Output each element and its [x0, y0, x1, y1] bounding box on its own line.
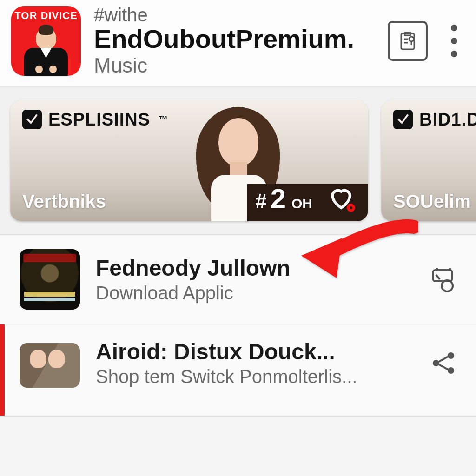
notes-button[interactable]: [388, 21, 428, 61]
brand-logo-icon: [22, 110, 42, 129]
list-item-title: Fedneody Jullown: [96, 255, 409, 281]
category-label: Music: [94, 54, 375, 77]
list-item-subtitle: Download Applic: [96, 283, 409, 304]
list-item-text: Airoid: Distux Douck... Shop tem Switck …: [96, 339, 409, 387]
list-item[interactable]: Fedneody Jullown Download Applic: [0, 235, 476, 324]
card-brand-text: BID1.D: [419, 110, 476, 130]
list-thumbnail: [20, 343, 80, 388]
page-title: EndOuboutPremium.: [94, 26, 375, 53]
trademark-icon: ™: [159, 114, 168, 125]
list-item-text: Fedneody Jullown Download Applic: [96, 255, 409, 304]
share-icon: [430, 350, 456, 376]
card-brand: BID1.D: [393, 110, 476, 130]
app-icon[interactable]: TOR DIVICE: [11, 6, 81, 76]
carousel-card[interactable]: BID1.D SOUelim: [381, 100, 476, 221]
search-accent-icon: [347, 204, 355, 212]
list-item[interactable]: Airoid: Distux Douck... Shop tem Switck …: [0, 324, 476, 416]
card-brand: ESPLISIINS ™: [22, 110, 168, 130]
list-thumbnail: [20, 249, 80, 310]
rank-number: 2: [271, 185, 286, 213]
app-icon-badge: TOR DIVICE: [11, 10, 81, 22]
kebab-dot-icon: [451, 25, 457, 31]
list-item-title: Airoid: Distux Douck...: [96, 339, 409, 364]
rank-suffix: OH: [291, 196, 312, 212]
carousel-card[interactable]: ESPLISIINS ™ Vertbniks # 2 OH: [10, 100, 368, 221]
svg-point-1: [409, 37, 414, 41]
active-indicator: [0, 324, 5, 416]
queue-button[interactable]: [425, 261, 462, 298]
app-header: TOR DIVICE #withe EndOuboutPremium. Musi…: [0, 0, 476, 87]
rank-hash-icon: #: [255, 190, 266, 213]
favorite-button[interactable]: [328, 185, 354, 211]
svg-point-5: [433, 360, 439, 366]
card-caption: SOUelim: [393, 191, 471, 212]
queue-icon: [429, 264, 458, 294]
header-text-block: #withe EndOuboutPremium. Music: [94, 5, 375, 77]
kebab-dot-icon: [451, 38, 457, 44]
card-brand-text: ESPLISIINS: [48, 110, 150, 130]
header-hashtag: #withe: [94, 5, 375, 26]
clipboard-icon: [397, 30, 419, 52]
kebab-dot-icon: [451, 51, 457, 57]
brand-logo-icon: [393, 110, 413, 129]
card-rank: # 2 OH: [255, 185, 312, 213]
svg-point-6: [448, 367, 454, 374]
card-caption: Vertbniks: [22, 191, 106, 212]
more-button[interactable]: [443, 25, 465, 57]
list-item-subtitle: Shop tem Switck Ponmolterlis...: [96, 366, 409, 387]
header-actions: [388, 21, 465, 61]
app-icon-illustration: [24, 27, 68, 76]
share-button[interactable]: [425, 344, 462, 382]
featured-carousel[interactable]: ESPLISIINS ™ Vertbniks # 2 OH BID1.D SOU…: [0, 87, 476, 235]
svg-point-4: [448, 352, 454, 359]
